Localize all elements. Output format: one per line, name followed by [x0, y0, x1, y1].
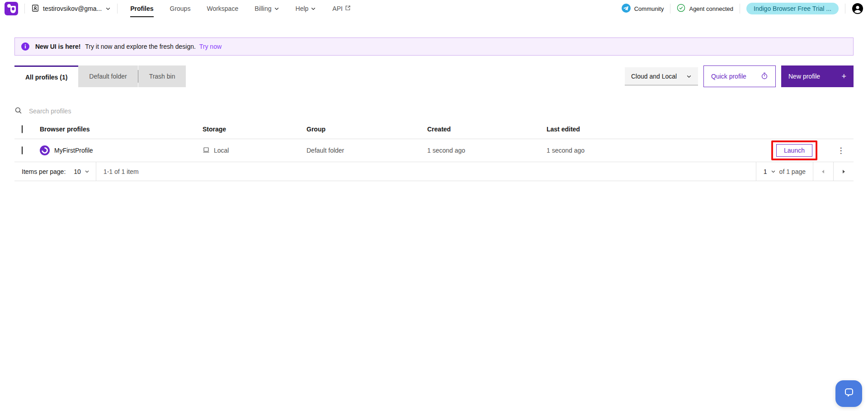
chevron-down-icon — [85, 169, 90, 174]
last-edited-value: 1 second ago — [547, 147, 760, 154]
tabs-and-actions-row: All profiles (1) Default folder Trash bi… — [14, 65, 854, 87]
col-created: Created — [427, 126, 547, 133]
new-profile-button[interactable]: New profile + — [781, 65, 854, 87]
plus-icon: + — [841, 72, 846, 80]
top-bar: testirovsikov@gma... Profiles Groups Wor… — [0, 0, 868, 17]
chevron-down-icon — [771, 169, 776, 174]
profile-browser-icon — [40, 145, 50, 155]
nav-help[interactable]: Help — [296, 0, 316, 17]
tab-default-folder[interactable]: Default folder — [78, 65, 137, 87]
created-value: 1 second ago — [427, 147, 547, 154]
telegram-icon — [622, 4, 631, 14]
pagination-bar: Items per page: 10 1-1 of 1 item 1 of 1 … — [14, 162, 854, 181]
pagination-range: 1-1 of 1 item — [96, 168, 146, 175]
page-total-label: of 1 page — [779, 168, 806, 175]
community-label: Community — [634, 5, 664, 12]
nav-workspace[interactable]: Workspace — [207, 0, 238, 17]
agent-status-label: Agent connected — [689, 5, 733, 12]
main-nav: Profiles Groups Workspace Billing Help A… — [130, 0, 351, 17]
divider — [740, 4, 740, 14]
nav-billing[interactable]: Billing — [255, 0, 279, 17]
search-icon — [14, 107, 22, 116]
user-avatar[interactable] — [852, 3, 863, 14]
banner-title: New UI is here! — [35, 43, 80, 50]
nav-profiles[interactable]: Profiles — [130, 0, 153, 17]
try-now-link[interactable]: Try now — [199, 43, 222, 50]
chevron-down-icon — [311, 6, 316, 11]
tab-all-profiles[interactable]: All profiles (1) — [14, 65, 78, 87]
check-circle-icon — [677, 4, 685, 14]
storage-filter-value: Cloud and Local — [631, 73, 677, 80]
external-link-icon — [345, 5, 351, 12]
laptop-icon — [203, 146, 210, 155]
storage-value: Local — [214, 147, 229, 154]
table-header-row: Browser profiles Storage Group Created L… — [14, 120, 854, 139]
app-logo-icon[interactable] — [5, 2, 18, 15]
nav-groups[interactable]: Groups — [170, 0, 191, 17]
trial-badge[interactable]: Indigo Browser Free Trial ... — [746, 3, 839, 14]
prev-page-button[interactable] — [813, 162, 833, 181]
community-link[interactable]: Community — [622, 4, 664, 14]
account-label: testirovsikov@gma... — [43, 5, 102, 12]
profile-name-cell[interactable]: MyFirstProfile — [40, 145, 203, 155]
divider — [670, 4, 670, 14]
account-card-icon — [31, 4, 39, 14]
col-last-edited: Last edited — [547, 126, 760, 133]
storage-filter-select[interactable]: Cloud and Local — [625, 67, 698, 85]
nav-api[interactable]: API — [332, 0, 351, 17]
chat-icon — [843, 387, 855, 401]
items-per-page-value: 10 — [74, 168, 81, 175]
group-value: Default folder — [307, 147, 427, 154]
storage-cell: Local — [203, 146, 307, 155]
tab-trash-bin[interactable]: Trash bin — [138, 65, 186, 87]
new-ui-banner: i New UI is here! Try it now and explore… — [14, 37, 854, 56]
topbar-right: Community Agent connected Indigo Browser… — [622, 3, 863, 14]
banner-message: Try it now and explore the fresh design. — [85, 43, 196, 50]
folder-tabs: All profiles (1) Default folder Trash bi… — [14, 65, 186, 87]
items-per-page-select[interactable]: 10 — [67, 162, 96, 181]
search-input[interactable] — [29, 107, 854, 115]
items-per-page-label: Items per page: — [14, 168, 67, 175]
divider — [24, 4, 25, 14]
account-switcher[interactable]: testirovsikov@gma... — [31, 4, 111, 14]
search-row — [14, 103, 854, 120]
profile-actions: Cloud and Local Quick profile New profil… — [625, 65, 854, 87]
row-kebab-menu[interactable]: ⋮ — [828, 146, 854, 155]
next-page-button[interactable] — [834, 162, 854, 181]
profile-name: MyFirstProfile — [54, 147, 93, 154]
annotation-highlight-box: Launch — [771, 140, 817, 160]
info-icon: i — [21, 42, 29, 51]
col-group: Group — [307, 126, 427, 133]
chevron-down-icon — [274, 6, 279, 11]
chat-widget-button[interactable] — [835, 380, 862, 407]
page-value: 1 — [764, 168, 767, 175]
col-storage: Storage — [203, 126, 307, 133]
profiles-table: Browser profiles Storage Group Created L… — [14, 120, 854, 162]
chevron-down-icon — [686, 74, 692, 79]
divider — [845, 4, 845, 14]
pagination-right: 1 of 1 page — [756, 162, 854, 181]
pagination-left: Items per page: 10 1-1 of 1 item — [14, 162, 146, 181]
page-select[interactable]: 1 — [764, 162, 776, 181]
select-all-checkbox[interactable] — [22, 125, 23, 133]
col-browser-profiles: Browser profiles — [40, 126, 203, 133]
row-checkbox[interactable] — [22, 146, 23, 154]
quick-profile-button[interactable]: Quick profile — [703, 65, 776, 87]
agent-status: Agent connected — [677, 4, 733, 14]
chevron-down-icon — [105, 6, 111, 11]
divider — [117, 4, 118, 14]
launch-button[interactable]: Launch — [776, 144, 812, 157]
timer-icon — [761, 72, 768, 81]
table-row: MyFirstProfile Local Default folder 1 se… — [14, 139, 854, 162]
